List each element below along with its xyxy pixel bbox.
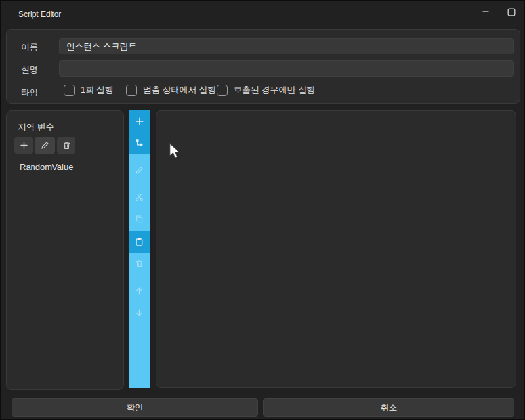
checkbox-label: 호출된 경우에만 실행 xyxy=(234,84,315,96)
add-step-button[interactable] xyxy=(129,110,150,132)
name-input[interactable] xyxy=(59,38,514,54)
paste-step-button[interactable] xyxy=(129,231,150,253)
checkbox-run-once[interactable]: 1회 실행 xyxy=(64,84,114,96)
minimize-icon xyxy=(482,8,490,16)
checkbox-label: 멈춤 상태에서 실행 xyxy=(143,84,216,96)
checkbox-run-only-when-called[interactable]: 호출된 경우에만 실행 xyxy=(217,84,315,96)
plus-icon xyxy=(19,140,29,150)
copy-icon xyxy=(135,214,144,224)
clipboard-icon xyxy=(135,237,144,247)
local-variables-panel: 지역 변수 RandomValue xyxy=(6,110,124,390)
description-label: 설명 xyxy=(21,64,38,75)
trash-icon xyxy=(62,140,72,150)
cancel-button[interactable]: 취소 xyxy=(263,398,514,417)
checkbox-run-while-paused[interactable]: 멈춤 상태에서 실행 xyxy=(126,84,216,96)
script-properties-panel: 이름 설명 타입 1회 실행 멈춤 상태에서 실행 호출된 경우에만 실행 xyxy=(6,29,520,104)
variable-actions xyxy=(14,136,75,154)
variable-list-item[interactable]: RandomValue xyxy=(20,162,73,172)
script-toolbar xyxy=(129,110,150,388)
cut-step-button[interactable] xyxy=(129,186,150,208)
copy-step-button[interactable] xyxy=(129,208,150,230)
local-variables-title: 지역 변수 xyxy=(18,121,54,133)
script-editor-window: { "window": { "title": "Script Editor" }… xyxy=(0,0,525,420)
name-label: 이름 xyxy=(21,41,38,53)
maximize-button[interactable] xyxy=(500,5,522,19)
checkbox-label: 1회 실행 xyxy=(81,84,114,96)
window-title: Script Editor xyxy=(18,10,61,19)
add-child-step-button[interactable] xyxy=(129,132,150,154)
move-step-up-button[interactable] xyxy=(129,280,150,302)
checkbox-box[interactable] xyxy=(217,85,228,96)
ok-button[interactable]: 확인 xyxy=(12,398,258,417)
delete-variable-button[interactable] xyxy=(57,136,75,154)
maximize-icon xyxy=(507,8,516,16)
branch-icon xyxy=(135,138,144,148)
edit-step-button[interactable] xyxy=(129,159,150,181)
ok-button-label: 확인 xyxy=(127,402,144,413)
plus-icon xyxy=(135,116,145,127)
add-variable-button[interactable] xyxy=(14,136,33,154)
minimize-button[interactable] xyxy=(474,5,497,19)
script-canvas[interactable] xyxy=(156,110,516,388)
arrow-down-icon xyxy=(135,308,144,318)
trash-icon xyxy=(135,259,144,268)
pencil-icon xyxy=(135,165,144,175)
move-step-down-button[interactable] xyxy=(129,302,150,324)
cancel-button-label: 취소 xyxy=(381,402,398,413)
delete-step-button[interactable] xyxy=(129,253,150,274)
checkbox-box[interactable] xyxy=(126,85,137,96)
pencil-icon xyxy=(40,140,50,150)
scissors-icon xyxy=(135,192,144,202)
arrow-up-icon xyxy=(135,286,144,296)
titlebar: Script Editor xyxy=(1,1,525,26)
description-input[interactable] xyxy=(59,60,514,77)
edit-variable-button[interactable] xyxy=(35,136,55,154)
checkbox-box[interactable] xyxy=(64,85,75,96)
type-options-row: 1회 실행 멈춤 상태에서 실행 호출된 경우에만 실행 xyxy=(7,81,520,100)
